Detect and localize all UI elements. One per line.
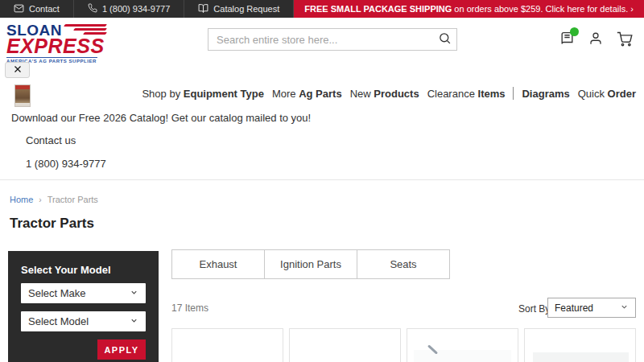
model-select-value: Select Model — [28, 315, 89, 327]
phone-icon — [88, 3, 97, 14]
make-select[interactable]: Select Make — [21, 283, 146, 303]
topbar: Contact 1 (800) 934-9777 Catalog Request… — [0, 0, 644, 18]
topbar-phone-link[interactable]: 1 (800) 934-9777 — [74, 0, 184, 18]
catalog-cover-thumbnail[interactable] — [14, 84, 31, 107]
user-icon — [588, 31, 603, 49]
logo-speed-stripes — [64, 24, 106, 35]
nav-item-ag-parts[interactable]: More Ag Parts — [272, 88, 342, 100]
nav-bold: Items — [478, 88, 506, 100]
notification-badge — [570, 27, 579, 36]
sort-select[interactable]: Featured — [547, 298, 636, 318]
nav-pre: Quick — [578, 88, 605, 100]
logo-express-text: EXPRESS — [6, 37, 103, 56]
product-card[interactable] — [407, 328, 518, 362]
page: Contact 1 (800) 934-9777 Catalog Request… — [0, 0, 644, 362]
sort-select-value: Featured — [555, 302, 593, 314]
nav-divider — [513, 87, 514, 100]
breadcrumb: Home › Tractor Parts — [10, 195, 98, 204]
topbar-phone-label: 1 (800) 934-9777 — [102, 4, 170, 14]
close-menu-button[interactable] — [5, 62, 30, 78]
search-button[interactable] — [432, 29, 456, 50]
header-divider — [0, 179, 644, 180]
shipping-banner[interactable]: FREE SMALL PACKAGE SHIPPING on orders ab… — [294, 0, 644, 18]
product-image — [414, 350, 511, 362]
search-bar — [208, 28, 457, 51]
close-icon — [13, 64, 23, 76]
shipping-banner-bold: FREE SMALL PACKAGE SHIPPING — [304, 4, 452, 14]
chevron-down-icon — [130, 287, 138, 299]
search-input[interactable] — [208, 34, 432, 46]
chevron-right-icon: › — [39, 195, 41, 204]
nav-pre: More — [272, 88, 296, 100]
product-card[interactable] — [289, 328, 401, 362]
nav-bold: Equipment Type — [184, 88, 264, 100]
nav-bold: Ag Parts — [299, 88, 341, 100]
chevron-down-icon — [620, 302, 629, 314]
shipping-banner-text: on orders above $259. Click here for det… — [452, 4, 634, 14]
catalog-download-link[interactable]: Download our Free 2026 Catalog! Get our … — [11, 112, 311, 124]
book-open-icon — [198, 3, 208, 15]
cart-button[interactable] — [617, 31, 633, 50]
account-button[interactable] — [588, 31, 603, 49]
nav-item-diagrams[interactable]: Diagrams — [522, 88, 569, 100]
category-exhaust-button[interactable]: Exhaust — [171, 249, 265, 279]
nav-pre: Shop by — [142, 88, 180, 100]
nav-pre: New — [350, 88, 371, 100]
page-title: Tractor Parts — [10, 216, 94, 232]
sloan-express-logo[interactable]: SLOAN EXPRESS AMERICA'S AG PARTS SUPPLIE… — [6, 23, 103, 64]
topbar-links: Contact 1 (800) 934-9777 Catalog Request — [0, 0, 294, 18]
product-card[interactable] — [524, 328, 636, 362]
nav-bold: Order — [608, 88, 636, 100]
category-ignition-parts-button[interactable]: Ignition Parts — [264, 249, 357, 279]
model-select[interactable]: Select Model — [21, 311, 146, 331]
cart-icon — [617, 31, 633, 50]
topbar-contact-link[interactable]: Contact — [0, 0, 74, 18]
chevron-down-icon — [130, 315, 138, 327]
product-card[interactable] — [171, 328, 283, 362]
topbar-catalog-request-label: Catalog Request — [213, 4, 279, 14]
nav-item-equipment-type[interactable]: Shop by Equipment Type — [142, 88, 263, 100]
nav-bold: Diagrams — [522, 88, 569, 100]
filter-title: Select Your Model — [21, 264, 146, 276]
topbar-catalog-request-link[interactable]: Catalog Request — [184, 0, 294, 18]
main-nav: Shop by Equipment Type More Ag Parts New… — [142, 87, 636, 100]
nav-item-new-products[interactable]: New Products — [350, 88, 419, 100]
category-seats-button[interactable]: Seats — [357, 249, 450, 279]
drawer-phone-link[interactable]: 1 (800) 934-9777 — [26, 158, 106, 170]
nav-item-quick-order[interactable]: Quick Order — [578, 88, 636, 100]
product-grid — [171, 328, 636, 362]
contact-us-link[interactable]: Contact us — [26, 134, 76, 146]
model-filter-panel: Select Your Model Select Make Select Mod… — [8, 251, 159, 362]
apply-button[interactable]: APPLY — [97, 339, 146, 360]
product-image — [533, 352, 629, 362]
nav-item-clearance-items[interactable]: Clearance Items — [427, 88, 506, 100]
header-icons — [559, 31, 633, 50]
nav-pre: Clearance — [427, 88, 475, 100]
envelope-icon — [14, 3, 24, 15]
breadcrumb-home-link[interactable]: Home — [10, 195, 33, 204]
nav-bold: Products — [374, 88, 419, 100]
topbar-contact-label: Contact — [29, 4, 60, 14]
make-select-value: Select Make — [28, 287, 86, 299]
category-buttons: Exhaust Ignition Parts Seats — [171, 249, 450, 279]
items-count: 17 Items — [171, 302, 208, 314]
sort-by-label: Sort By — [518, 303, 550, 315]
catalog-button[interactable] — [559, 31, 575, 50]
search-icon — [438, 31, 452, 47]
breadcrumb-current: Tractor Parts — [47, 195, 98, 204]
